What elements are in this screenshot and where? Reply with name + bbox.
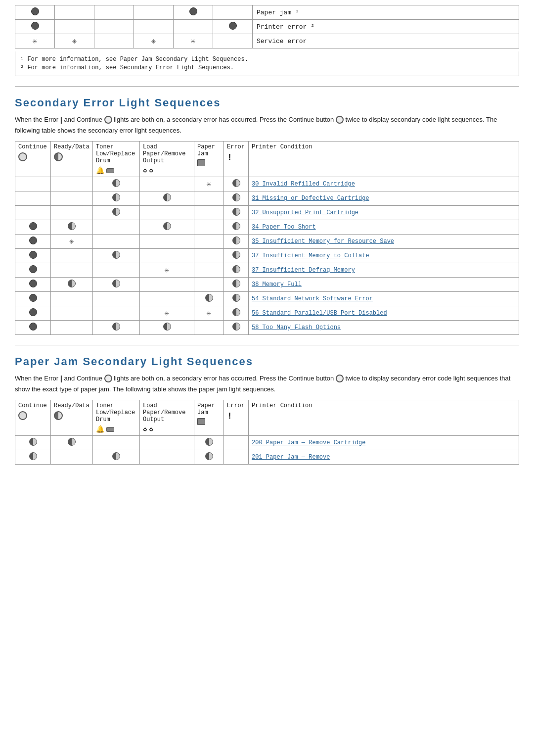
condition-link[interactable]: 38 Memory Full [252,281,302,288]
condition-link[interactable]: 200 Paper Jam — Remove Cartridge [252,439,365,446]
paper-jam-title: Paper Jam Secondary Light Sequences [15,355,519,368]
cell-continue [15,177,51,191]
table-row: ✳37 Insufficient Defrag Memory [15,263,519,278]
table-row: ✳✳56 Standard Parallel/USB Port Disabled [15,306,519,321]
th-load-pj: Load Paper/Remove Output ♻ ♻ [140,400,194,436]
cell-condition[interactable]: 201 Paper Jam — Remove [249,450,519,465]
cell-jam [194,235,224,249]
cell-condition[interactable]: 37 Insufficient Defrag Memory [249,263,519,278]
table-row: 31 Missing or Defective Cartridge [15,191,519,206]
th-error-pj: Error ! [224,400,249,436]
cell-condition[interactable]: 37 Insufficient Memory to Collate [249,249,519,263]
cell-continue [15,436,51,450]
cell-ready [51,278,93,292]
footnotes-box: ¹ For more information, see Paper Jam Se… [15,51,519,76]
legend-label: Paper jam ¹ [253,5,519,20]
cell-ready [51,249,93,263]
condition-link[interactable]: 32 Unsupported Print Cartridge [252,209,358,216]
legend-cell [213,34,253,48]
condition-link[interactable]: 31 Missing or Defective Cartridge [252,195,369,202]
cell-toner [93,220,140,235]
condition-link[interactable]: 37 Insufficient Memory to Collate [252,252,369,259]
condition-link[interactable]: 58 Too Many Flash Options [252,324,341,331]
legend-row-serviceerror: ✳ ✳ ✳ ✳ Service error [15,34,519,48]
legend-cell: ✳ [174,34,213,48]
cell-load [140,321,194,335]
cell-jam [194,436,224,450]
cell-ready [51,321,93,335]
condition-link[interactable]: 201 Paper Jam — Remove [252,454,330,461]
star-icon: ✳ [33,37,38,46]
cell-continue [15,191,51,206]
table-row: ✳35 Insufficient Memory for Resource Sav… [15,235,519,249]
cell-condition[interactable]: 54 Standard Network Software Error [249,292,519,306]
cell-ready [51,191,93,206]
condition-link[interactable]: 34 Paper Too Short [252,224,316,231]
condition-link[interactable]: 56 Standard Parallel/USB Port Disabled [252,310,387,317]
cell-error [224,278,249,292]
condition-link[interactable]: 54 Standard Network Software Error [252,295,373,302]
cell-toner [93,450,140,465]
cell-ready [51,436,93,450]
cell-load [140,220,194,235]
table-row: 32 Unsupported Print Cartridge [15,206,519,220]
legend-label: Service error [253,34,519,48]
legend-cell [174,5,213,20]
legend-cell [134,20,174,34]
cell-error [224,263,249,278]
cell-toner [93,206,140,220]
divider-1 [15,86,519,87]
cell-continue [15,206,51,220]
footnote-1: ¹ For more information, see Paper Jam Se… [20,56,514,63]
cell-error [224,306,249,321]
legend-cell [15,20,55,34]
cell-load [140,292,194,306]
legend-cell [174,20,213,34]
legend-cell [134,5,174,20]
cell-toner [93,278,140,292]
condition-link[interactable]: 37 Insufficient Defrag Memory [252,267,355,274]
cell-condition[interactable]: 34 Paper Too Short [249,220,519,235]
cell-continue [15,278,51,292]
secondary-error-desc: When the Error | and Continue lights are… [15,114,519,135]
cell-toner [93,177,140,191]
cell-jam [194,249,224,263]
legend-table: Paper jam ¹ Printer error ² ✳ ✳ ✳ ✳ Serv… [15,5,519,48]
legend-cell [94,34,134,48]
legend-cell: ✳ [55,34,94,48]
cell-jam [194,321,224,335]
circle-icon [31,22,39,30]
th-toner-pj: Toner Low/Replace Drum 🔔 [93,400,140,436]
table-row: 201 Paper Jam — Remove [15,450,519,465]
cell-continue [15,235,51,249]
cell-condition[interactable]: 58 Too Many Flash Options [249,321,519,335]
cell-load [140,235,194,249]
cell-error [224,191,249,206]
cell-continue [15,321,51,335]
cell-load [140,436,194,450]
cell-error [224,436,249,450]
th-continue: Continue [15,142,51,177]
cell-error [224,220,249,235]
cell-error [224,235,249,249]
cell-condition[interactable]: 35 Insufficient Memory for Resource Save [249,235,519,249]
legend-cell [55,5,94,20]
th-condition: Printer Condition [249,142,519,177]
star-icon: ✳ [72,37,77,46]
cell-condition[interactable]: 30 Invalid Refilled Cartridge [249,177,519,191]
cell-ready [51,177,93,191]
th-toner: Toner Low/Replace Drum 🔔 [93,142,140,177]
cell-load: ✳ [140,263,194,278]
footnote-2: ² For more information, see Secondary Er… [20,64,514,71]
legend-cell [55,20,94,34]
cell-condition[interactable]: 31 Missing or Defective Cartridge [249,191,519,206]
cell-condition[interactable]: 38 Memory Full [249,278,519,292]
cell-condition[interactable]: 56 Standard Parallel/USB Port Disabled [249,306,519,321]
table-row: 34 Paper Too Short [15,220,519,235]
cell-toner [93,292,140,306]
cell-condition[interactable]: 200 Paper Jam — Remove Cartridge [249,436,519,450]
condition-link[interactable]: 30 Invalid Refilled Cartridge [252,181,355,188]
cell-condition[interactable]: 32 Unsupported Print Cartridge [249,206,519,220]
condition-link[interactable]: 35 Insufficient Memory for Resource Save [252,238,394,245]
secondary-error-header-row: Continue Ready/Data Toner Low/Replace Dr… [15,142,519,177]
